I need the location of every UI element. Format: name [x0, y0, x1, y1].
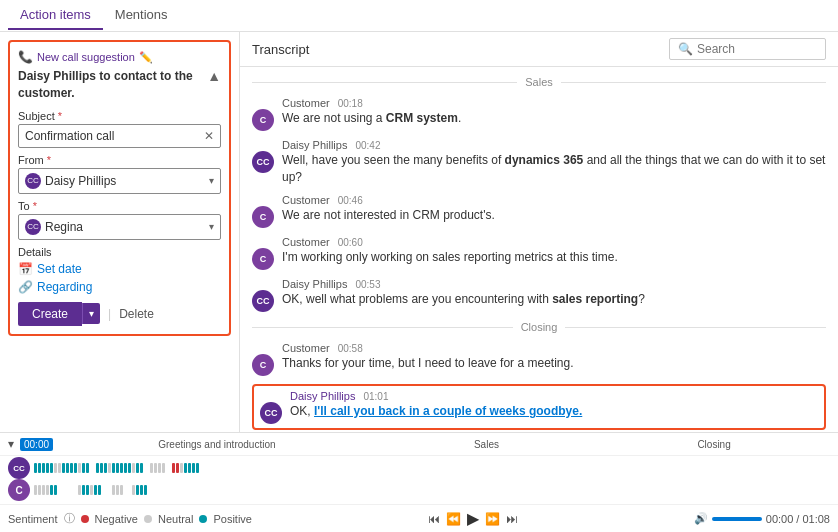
volume-icon: 🔊: [694, 512, 708, 525]
fast-forward-button[interactable]: ⏩: [485, 512, 500, 526]
timeline-header-row: ▾ 00:00 Greetings and introduction Sales…: [0, 433, 838, 456]
transcript-header: Transcript 🔍: [240, 32, 838, 67]
tick-group-gap-cc: [150, 463, 165, 473]
message-content: Daisy Phillips 00:42 Well, have you seen…: [282, 139, 826, 186]
chevron-down-icon-2: ▾: [209, 221, 214, 232]
rewind-button[interactable]: ⏪: [446, 512, 461, 526]
time-badge: 00:00: [20, 438, 53, 451]
volume-area: 🔊 00:00 / 01:08: [694, 512, 830, 525]
positive-dot: [199, 515, 207, 523]
phone-icon: 📞: [18, 50, 33, 64]
collapse-timeline-button[interactable]: ▾: [8, 437, 14, 451]
search-box[interactable]: 🔍: [669, 38, 826, 60]
from-value: Daisy Phillips: [45, 174, 209, 188]
message-time: 01:01: [363, 391, 388, 402]
tick-group-greetings-cc: [34, 463, 89, 473]
subject-value: Confirmation call: [25, 129, 114, 143]
track-avatar-c: C: [8, 479, 30, 501]
section-divider-sales: Sales: [252, 75, 826, 89]
tick-group-closing-cc: [172, 463, 199, 473]
section-label-closing-timeline: Closing: [697, 439, 730, 450]
from-avatar: CC: [25, 173, 41, 189]
message-content: Customer 00:18 We are not using a CRM sy…: [282, 97, 826, 127]
right-panel: Transcript 🔍 Sales C Customer: [240, 32, 838, 432]
message-sender: Customer: [282, 194, 330, 206]
regarding-link[interactable]: 🔗 Regarding: [18, 280, 221, 294]
message-content: Daisy Phillips 00:53 OK, well what probl…: [282, 278, 826, 308]
skip-start-button[interactable]: ⏮: [428, 512, 440, 526]
message-text: We are not interested in CRM product's.: [282, 207, 826, 224]
message-time: 00:18: [338, 98, 363, 109]
message-sender: Daisy Phillips: [290, 390, 355, 402]
volume-slider[interactable]: [712, 517, 762, 521]
transcript-title: Transcript: [252, 42, 309, 57]
section-divider-closing: Closing: [252, 320, 826, 334]
tab-action-items[interactable]: Action items: [8, 1, 103, 30]
message-time: 00:42: [355, 140, 380, 151]
message-content: Customer 00:58 Thanks for your time, but…: [282, 342, 826, 372]
negative-dot: [81, 515, 89, 523]
search-input[interactable]: [697, 42, 817, 56]
track-row-c: C: [8, 480, 830, 500]
message-content: Daisy Phillips 01:01 OK, I'll call you b…: [290, 390, 818, 420]
regarding-label: Regarding: [37, 280, 92, 294]
subject-field-group: Subject * Confirmation call ✕: [18, 110, 221, 148]
message-row: C Customer 00:18 We are not using a CRM …: [252, 97, 826, 131]
to-dropdown[interactable]: CC Regina ▾: [18, 214, 221, 240]
timeline-section-labels: Greetings and introduction Sales Closing: [59, 439, 830, 450]
to-field-group: To * CC Regina ▾: [18, 200, 221, 240]
message-row: CC Daisy Phillips 00:53 OK, well what pr…: [252, 278, 826, 312]
sentiment-label: Sentiment: [8, 513, 58, 525]
edit-icon[interactable]: ✏️: [139, 51, 153, 64]
avatar-cc: CC: [252, 290, 274, 312]
message-row: C Customer 00:60 I'm working only workin…: [252, 236, 826, 270]
subject-input[interactable]: Confirmation call ✕: [18, 124, 221, 148]
delete-button[interactable]: Delete: [119, 307, 154, 321]
tab-mentions[interactable]: Mentions: [103, 1, 180, 30]
link-icon: 🔗: [18, 280, 33, 294]
skip-end-button[interactable]: ⏭: [506, 512, 518, 526]
clear-icon[interactable]: ✕: [204, 129, 214, 143]
set-date-label: Set date: [37, 262, 82, 276]
avatar-customer: C: [252, 206, 274, 228]
from-dropdown[interactable]: CC Daisy Phillips ▾: [18, 168, 221, 194]
message-row: CC Daisy Phillips 00:42 Well, have you s…: [252, 139, 826, 186]
timeline-tracks: CC: [0, 456, 838, 504]
message-time: 00:60: [338, 237, 363, 248]
avatar-cc: CC: [260, 402, 282, 424]
message-sender: Daisy Phillips: [282, 278, 347, 290]
section-label-sales: Sales: [517, 76, 561, 88]
set-date-link[interactable]: 📅 Set date: [18, 262, 221, 276]
top-tabs: Action items Mentions: [0, 0, 838, 32]
play-button[interactable]: ▶: [467, 509, 479, 528]
left-panel: 📞 New call suggestion ✏️ Daisy Phillips …: [0, 32, 240, 432]
from-label: From *: [18, 154, 221, 166]
bottom-panel: ▾ 00:00 Greetings and introduction Sales…: [0, 432, 838, 532]
to-value: Regina: [45, 220, 209, 234]
content-area: 📞 New call suggestion ✏️ Daisy Phillips …: [0, 32, 838, 432]
tick-group-closing-c: [132, 485, 147, 495]
track-bar-cc: [34, 461, 830, 475]
collapse-button[interactable]: ▲: [207, 68, 221, 84]
avatar-cc: CC: [252, 151, 274, 173]
message-sender: Daisy Phillips: [282, 139, 347, 151]
message-content: Customer 00:60 I'm working only working …: [282, 236, 826, 266]
avatar-customer: C: [252, 109, 274, 131]
action-card: 📞 New call suggestion ✏️ Daisy Phillips …: [8, 40, 231, 336]
message-time: 00:58: [338, 343, 363, 354]
avatar-customer: C: [252, 354, 274, 376]
suggestion-header: 📞 New call suggestion ✏️: [18, 50, 221, 64]
tick-group-sales-c: [78, 485, 101, 495]
message-time: 00:53: [355, 279, 380, 290]
card-title: Daisy Phillips to contact to the custome…: [18, 68, 207, 102]
transcript-body: Sales C Customer 00:18 We are not using …: [240, 67, 838, 432]
info-icon: ⓘ: [64, 511, 75, 526]
track-row-cc: CC: [8, 458, 830, 478]
time-display: 00:00 / 01:08: [766, 513, 830, 525]
create-dropdown-button[interactable]: ▾: [82, 303, 100, 324]
message-text: OK, well what problems are you encounter…: [282, 291, 826, 308]
message-row-highlighted: CC Daisy Phillips 01:01 OK, I'll call yo…: [252, 384, 826, 430]
tick-group-sales-cc: [96, 463, 143, 473]
create-button[interactable]: Create: [18, 302, 82, 326]
message-time: 00:46: [338, 195, 363, 206]
